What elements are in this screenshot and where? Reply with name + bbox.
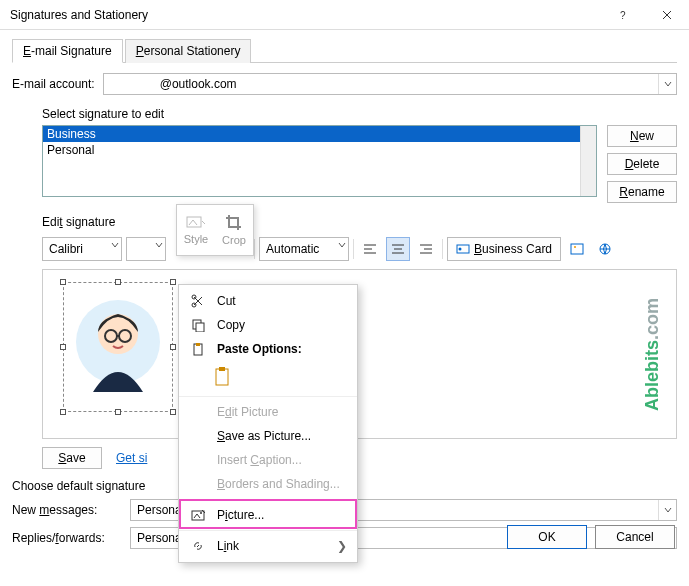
font-value: Calibri (49, 242, 83, 256)
ctx-picture[interactable]: Picture... (179, 503, 357, 527)
chevron-down-icon (338, 241, 346, 249)
new-button[interactable]: New (607, 125, 677, 147)
chevron-down-icon (111, 241, 119, 249)
list-item[interactable]: Business (43, 126, 596, 142)
tab-email-signature[interactable]: E-mail Signature (12, 39, 123, 63)
style-label: Style (184, 233, 208, 245)
picture-style-button[interactable]: Style (177, 205, 215, 255)
list-item[interactable]: Personal (43, 142, 596, 158)
business-card-button[interactable]: Business Card (447, 237, 561, 261)
cancel-button[interactable]: Cancel (595, 525, 675, 549)
picture-style-icon (185, 215, 207, 231)
link-icon (189, 539, 207, 553)
font-color-select[interactable]: Automatic (259, 237, 349, 261)
crop-icon (225, 214, 243, 232)
ok-button[interactable]: OK (507, 525, 587, 549)
format-picture-icon (189, 508, 207, 522)
get-templates-link[interactable]: Get si (116, 451, 147, 465)
insert-link-button[interactable] (593, 237, 617, 261)
dialog-footer: OK Cancel (507, 525, 675, 549)
ctx-insert-caption: Insert Caption... (179, 448, 357, 472)
window-title: Signatures and Stationery (10, 8, 601, 22)
tabs: E-mail Signature Personal Stationery (12, 38, 677, 63)
signature-listbox[interactable]: Business Personal (42, 125, 597, 197)
svg-rect-28 (196, 343, 200, 346)
ctx-save-as-picture[interactable]: Save as Picture... (179, 424, 357, 448)
svg-rect-26 (196, 323, 204, 332)
svg-point-13 (459, 248, 462, 251)
avatar-image-selection[interactable] (63, 282, 173, 412)
font-size-select[interactable] (126, 237, 166, 261)
ctx-paste-option[interactable] (179, 361, 357, 393)
email-account-value: @outlook.com (160, 77, 237, 91)
replies-label: Replies/forwards: (12, 531, 122, 545)
paste-icon (189, 342, 207, 356)
signature-editor[interactable]: Jane Lee service Ablebits.com (42, 269, 677, 439)
ctx-paste-header: Paste Options: (179, 337, 357, 361)
scrollbar[interactable] (580, 126, 596, 196)
crop-label: Crop (222, 234, 246, 246)
chevron-right-icon: ❯ (337, 539, 347, 553)
svg-rect-29 (216, 369, 228, 385)
save-button[interactable]: Save (42, 447, 102, 469)
ctx-link[interactable]: Link ❯ (179, 534, 357, 558)
chevron-down-icon (155, 241, 163, 249)
chevron-down-icon (658, 74, 676, 94)
insert-picture-button[interactable] (565, 237, 589, 261)
picture-mini-toolbar: Style Crop (176, 204, 254, 256)
font-family-select[interactable]: Calibri (42, 237, 122, 261)
svg-point-15 (574, 246, 576, 248)
chevron-down-icon (658, 500, 676, 520)
email-account-select[interactable]: @outlook.com (103, 73, 677, 95)
crop-button[interactable]: Crop (215, 205, 253, 255)
color-value: Automatic (266, 242, 319, 256)
svg-point-32 (200, 512, 202, 514)
align-right-button[interactable] (414, 237, 438, 261)
email-account-label: E-mail account: (12, 77, 95, 91)
tab-label: E-mail Signature (23, 44, 112, 58)
context-menu: Cut Copy Paste Options: Edit Picture Sav… (178, 284, 358, 563)
edit-signature-label: Edit signature (42, 215, 677, 229)
new-messages-label: New messages: (12, 503, 122, 517)
card-icon (456, 243, 470, 255)
align-left-button[interactable] (358, 237, 382, 261)
tab-label: Personal Stationery (136, 44, 241, 58)
svg-rect-14 (571, 244, 583, 254)
watermark: Ablebits.com (638, 280, 668, 428)
rename-button[interactable]: Rename (607, 181, 677, 203)
ctx-borders-shading: Borders and Shading... (179, 472, 357, 496)
tab-personal-stationery[interactable]: Personal Stationery (125, 39, 252, 63)
editor-toolbar: Calibri B I U Automatic Business Card (42, 237, 677, 261)
ctx-copy[interactable]: Copy (179, 313, 357, 337)
help-button[interactable]: ? (601, 0, 645, 30)
svg-text:?: ? (620, 10, 626, 20)
clipboard-icon (213, 366, 233, 388)
cut-icon (189, 294, 207, 308)
delete-button[interactable]: Delete (607, 153, 677, 175)
svg-rect-30 (219, 367, 225, 371)
avatar-image (64, 283, 172, 411)
ctx-edit-picture: Edit Picture (179, 400, 357, 424)
align-center-button[interactable] (386, 237, 410, 261)
titlebar: Signatures and Stationery ? (0, 0, 689, 30)
close-button[interactable] (645, 0, 689, 30)
ctx-cut[interactable]: Cut (179, 289, 357, 313)
copy-icon (189, 318, 207, 332)
select-signature-label: Select signature to edit (42, 107, 677, 121)
